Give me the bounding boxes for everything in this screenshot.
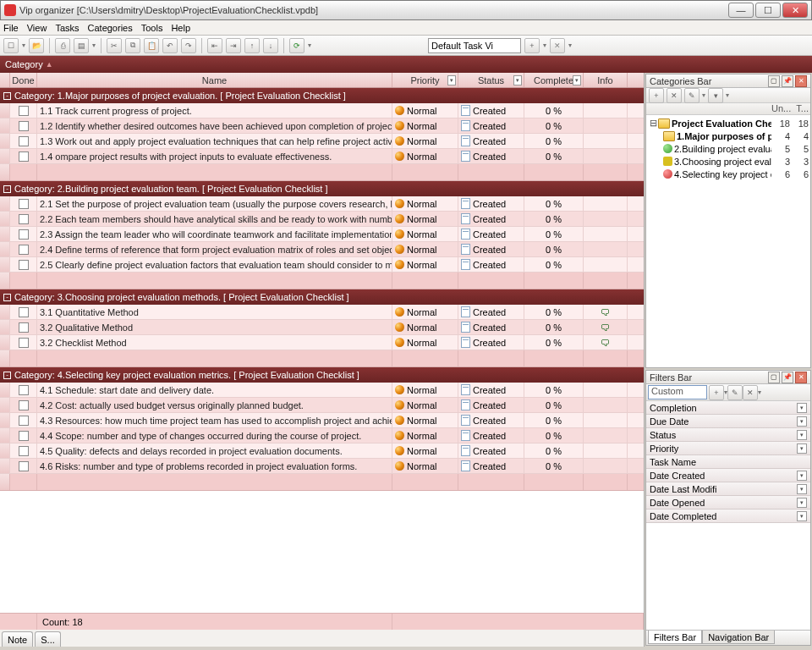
tb-open-icon[interactable]: 📂	[29, 38, 44, 53]
tb-addview-icon[interactable]: +	[524, 38, 540, 53]
filter-preset-select[interactable]: Custom	[648, 385, 707, 399]
filter-del-icon[interactable]: ✕	[743, 385, 758, 400]
task-row[interactable]: 4.1 Schedule: start date and delivery da…	[0, 383, 644, 398]
panel-pin-icon[interactable]: 📌	[782, 372, 793, 383]
bottom-tab[interactable]: S...	[35, 631, 61, 647]
task-row[interactable]: 2.5 Clearly define project evaluation fa…	[0, 257, 644, 273]
chevron-down-icon[interactable]: ▾	[513, 75, 522, 85]
chevron-down-icon[interactable]: ▾	[797, 430, 807, 440]
tb-refresh-icon[interactable]: ⟳	[289, 38, 304, 53]
tb-outdent-icon[interactable]: ⇥	[226, 38, 241, 53]
tree-item[interactable]: 1.Major purposes of projec44	[648, 129, 809, 142]
task-row[interactable]: 4.2 Cost: actually used budget versus or…	[0, 398, 644, 413]
filter-row[interactable]: Task Name	[646, 455, 810, 469]
cat-filter-icon[interactable]: ▾	[708, 88, 723, 103]
filter-edit-icon[interactable]: ✎	[727, 385, 743, 400]
tb-undo-icon[interactable]: ↶	[162, 38, 178, 53]
minimize-button[interactable]: —	[728, 3, 754, 18]
task-row[interactable]: 2.3 Assign the team leader who will coor…	[0, 227, 644, 242]
tb-new-icon[interactable]: ☐	[3, 38, 19, 53]
panel-opts-icon[interactable]: ▢	[768, 75, 780, 87]
panel-opts-icon[interactable]: ▢	[768, 372, 780, 383]
task-row[interactable]: 3.1 Quantitative MethodNormalCreated0 %🗨	[0, 305, 644, 320]
filter-row[interactable]: Date Created▾	[646, 469, 810, 482]
tb-up-icon[interactable]: ↑	[244, 38, 260, 53]
task-row[interactable]: 2.1 Set the purpose of project evaluatio…	[0, 196, 644, 212]
col-priority[interactable]: Priority▾	[392, 73, 458, 87]
chevron-down-icon[interactable]: ▾	[797, 416, 807, 427]
filter-row[interactable]: Date Opened▾	[646, 496, 810, 510]
view-selector[interactable]: Default Task Vi	[428, 38, 521, 53]
done-checkbox[interactable]	[19, 431, 29, 441]
task-row[interactable]: 1.3 Work out and apply project evaluatio…	[0, 134, 644, 149]
menu-help[interactable]: Help	[171, 23, 190, 33]
tb-export-icon[interactable]: ▤	[74, 38, 89, 53]
task-row[interactable]: 4.4 Scope: number and type of changes oc…	[0, 428, 644, 443]
cat-new-icon[interactable]: +	[649, 88, 664, 103]
chevron-down-icon[interactable]: ▾	[447, 75, 456, 85]
col-done[interactable]: Done	[10, 73, 37, 87]
task-row[interactable]: 4.3 Resources: how much time project tea…	[0, 413, 644, 428]
expand-column[interactable]	[0, 73, 10, 87]
filter-row[interactable]: Completion▾	[646, 401, 810, 415]
done-checkbox[interactable]	[19, 385, 29, 395]
task-grid[interactable]: -Category: 1.Major purposes of project e…	[0, 88, 644, 613]
done-checkbox[interactable]	[19, 214, 29, 224]
collapse-icon[interactable]: -	[3, 294, 11, 301]
filter-row[interactable]: Status▾	[646, 428, 810, 442]
task-row[interactable]: 2.4 Define terms of reference that form …	[0, 242, 644, 257]
chevron-down-icon[interactable]: ▾	[797, 443, 807, 454]
tree-item[interactable]: ⊟Project Evaluation Checkl1818	[648, 117, 809, 129]
menu-tools[interactable]: Tools	[141, 23, 163, 33]
bottom-tab[interactable]: Note	[2, 631, 33, 647]
group-header[interactable]: -Category: 4.Selecting key project evalu…	[0, 367, 644, 383]
group-header[interactable]: -Category: 1.Major purposes of project e…	[0, 88, 644, 103]
tb-print-icon[interactable]: ⎙	[55, 38, 70, 53]
task-row[interactable]: 3.2 Checklist MethodNormalCreated0 %🗨	[0, 335, 644, 350]
chevron-down-icon[interactable]: ▾	[797, 471, 807, 481]
tree-item[interactable]: 3.Choosing project evalua33	[648, 155, 809, 168]
tree-item[interactable]: 4.Selecting key project ev66	[648, 168, 809, 180]
menu-file[interactable]: File	[3, 23, 19, 33]
chevron-down-icon[interactable]: ▾	[573, 75, 581, 85]
panel-close-icon[interactable]: ✕	[795, 372, 807, 383]
chevron-down-icon[interactable]: ▾	[797, 484, 807, 494]
tb-delview-icon[interactable]: ✕	[550, 38, 565, 53]
done-checkbox[interactable]	[19, 121, 29, 131]
done-checkbox[interactable]	[19, 461, 29, 471]
close-button[interactable]: ✕	[782, 3, 808, 18]
tb-down-icon[interactable]: ↓	[263, 38, 278, 53]
panel-close-icon[interactable]: ✕	[795, 75, 807, 87]
tb-redo-icon[interactable]: ↷	[181, 38, 196, 53]
done-checkbox[interactable]	[19, 260, 29, 270]
done-checkbox[interactable]	[19, 136, 29, 146]
col-complete[interactable]: Complete▾	[524, 73, 584, 87]
done-checkbox[interactable]	[19, 245, 29, 255]
done-checkbox[interactable]	[19, 338, 29, 348]
task-row[interactable]: 1.1 Track current progress of project.No…	[0, 103, 644, 118]
filters-tab[interactable]: Navigation Bar	[702, 631, 775, 644]
tb-cut-icon[interactable]: ✂	[107, 38, 122, 53]
task-row[interactable]: 2.2 Each team members should have analyt…	[0, 212, 644, 227]
filters-tab[interactable]: Filters Bar	[648, 631, 702, 644]
filter-add-icon[interactable]: +	[709, 385, 724, 400]
task-row[interactable]: 4.5 Quality: defects and delays recorded…	[0, 443, 644, 459]
col-info[interactable]: Info	[584, 73, 628, 87]
collapse-icon[interactable]: -	[3, 372, 11, 379]
filter-row[interactable]: Due Date▾	[646, 415, 810, 428]
chevron-down-icon[interactable]: ▾	[797, 498, 807, 508]
tree-item[interactable]: 2.Building project evaluat55	[648, 142, 809, 155]
task-row[interactable]: 4.6 Risks: number and type of problems r…	[0, 459, 644, 474]
tb-copy-icon[interactable]: ⧉	[125, 38, 140, 53]
chevron-down-icon[interactable]: ▾	[797, 403, 807, 413]
filter-row[interactable]: Date Completed▾	[646, 510, 810, 523]
chevron-down-icon[interactable]: ▾	[797, 511, 807, 521]
menu-categories[interactable]: Categories	[88, 23, 133, 33]
task-row[interactable]: 1.4 ompare project results with project …	[0, 149, 644, 164]
task-row[interactable]: 1.2 Identify whether desired outcomes ha…	[0, 118, 644, 134]
done-checkbox[interactable]	[19, 400, 29, 410]
menu-tasks[interactable]: Tasks	[55, 23, 79, 33]
tb-paste-icon[interactable]: 📋	[144, 38, 159, 53]
filter-row[interactable]: Priority▾	[646, 442, 810, 455]
cat-del-icon[interactable]: ✕	[667, 88, 682, 103]
